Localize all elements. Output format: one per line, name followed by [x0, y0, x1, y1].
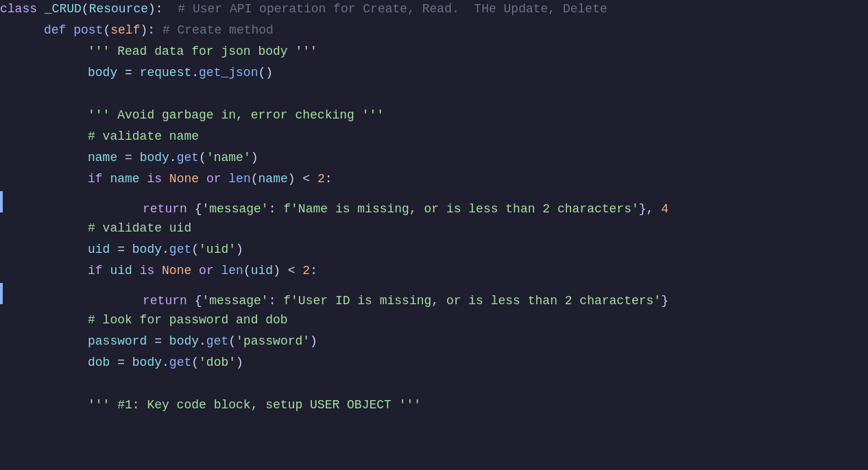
code-token [199, 170, 206, 189]
code-token: 2 [317, 170, 325, 189]
code-token: ( [191, 354, 199, 373]
code-token: Resource [89, 0, 148, 19]
code-token: . [162, 354, 169, 373]
code-token: or [206, 170, 221, 189]
code-line: # look for password and dob [0, 311, 868, 332]
code-token: uid [251, 262, 273, 281]
code-line: return {'message': f'Name is missing, or… [0, 191, 868, 219]
code-line: ''' #1: Key code block, setup USER OBJEC… [0, 396, 868, 417]
code-token: None [162, 262, 191, 281]
code-token: body [88, 64, 117, 83]
code-line: body = request.get_json() [0, 64, 868, 85]
code-token: is [147, 170, 162, 189]
code-token: ): [148, 0, 163, 19]
code-token: body [169, 332, 199, 351]
code-token: self [110, 21, 140, 40]
code-token: uid [88, 240, 110, 260]
code-token: request [140, 64, 192, 83]
code-token: body [132, 240, 162, 260]
code-token: = [110, 240, 132, 260]
code-token: 'message' [202, 200, 268, 219]
code-token [162, 170, 169, 189]
code-token: = [117, 149, 139, 168]
code-line: return {'message': f'User ID is missing,… [0, 283, 868, 311]
code-token: ) [310, 332, 317, 351]
code-line: dob = body.get('dob') [0, 354, 868, 375]
code-token: name [88, 149, 117, 168]
code-token: ''' Avoid garbage in, error checking ''' [88, 106, 384, 125]
code-token: () [258, 64, 273, 83]
code-token: get [169, 354, 191, 373]
code-token: 'password' [236, 332, 310, 351]
code-token: f'User ID is missing, or is less than 2 … [283, 292, 661, 311]
code-token: return [143, 200, 195, 219]
code-line: ''' Read data for json body ''' [0, 42, 868, 64]
code-token: post [73, 21, 103, 40]
line-bar [0, 283, 3, 304]
code-token [214, 262, 221, 281]
code-token: get [206, 332, 228, 351]
code-token: len [228, 170, 250, 189]
code-token: ) [236, 240, 243, 260]
code-token [154, 262, 162, 281]
code-token: = [117, 64, 139, 83]
code-line: password = body.get('password') [0, 332, 868, 354]
code-token: = [110, 354, 132, 373]
code-token: : [269, 292, 284, 311]
code-token: return [143, 292, 195, 311]
code-token: ( [191, 240, 199, 260]
code-token: . [199, 332, 206, 351]
code-token: len [221, 262, 243, 281]
code-token: get_json [199, 64, 258, 83]
code-token: # Create method [162, 21, 274, 40]
code-token: name [110, 170, 139, 189]
code-token: # validate name [88, 127, 199, 147]
code-line: uid = body.get('uid') [0, 240, 868, 262]
code-token: password [88, 332, 147, 351]
code-token: def [44, 21, 73, 40]
code-token: get [177, 149, 199, 168]
code-line [0, 85, 868, 106]
code-token: ) < [288, 170, 317, 189]
code-token: # User API operation for Create, Read. T… [163, 0, 607, 19]
code-token: dob [88, 354, 110, 373]
code-line: class _CRUD(Resource): # User API operat… [0, 0, 868, 21]
code-token: . [162, 240, 169, 260]
code-token: : [269, 200, 284, 219]
code-token: uid [110, 262, 132, 281]
code-token: 'dob' [199, 354, 236, 373]
code-line [0, 375, 868, 396]
code-token: # look for password and dob [88, 311, 288, 330]
code-token: or [199, 262, 214, 281]
code-line: ''' Avoid garbage in, error checking ''' [0, 106, 868, 127]
code-token: ''' #1: Key code block, setup USER OBJEC… [88, 396, 421, 415]
code-token: } [661, 292, 668, 311]
code-token: . [191, 64, 199, 83]
code-token: : [310, 262, 317, 281]
code-token: get [169, 240, 191, 260]
code-token: name [258, 170, 288, 189]
code-content: class _CRUD(Resource): # User API operat… [0, 0, 868, 417]
code-token: 2 [302, 262, 310, 281]
code-token: ( [243, 262, 251, 281]
code-line: # validate uid [0, 219, 868, 240]
code-line: if name is None or len(name) < 2: [0, 170, 868, 191]
code-token: ) [251, 149, 258, 168]
code-token [140, 170, 147, 189]
code-token: f'Name is missing, or is less than 2 cha… [283, 200, 638, 219]
code-token: is [140, 262, 155, 281]
code-token: if [88, 262, 110, 281]
code-token [191, 262, 199, 281]
code-token: ) [236, 354, 243, 373]
code-token: None [169, 170, 199, 189]
code-token: ): [140, 21, 162, 40]
code-editor: class _CRUD(Resource): # User API operat… [0, 0, 868, 470]
code-token [132, 262, 140, 281]
code-token: ( [251, 170, 258, 189]
line-bar [0, 191, 3, 212]
code-token: class [0, 0, 45, 19]
code-token: _CRUD [45, 0, 82, 19]
code-token: 'uid' [199, 240, 236, 260]
code-token: }, [639, 200, 661, 219]
code-token: ''' Read data for json body ''' [88, 42, 317, 62]
